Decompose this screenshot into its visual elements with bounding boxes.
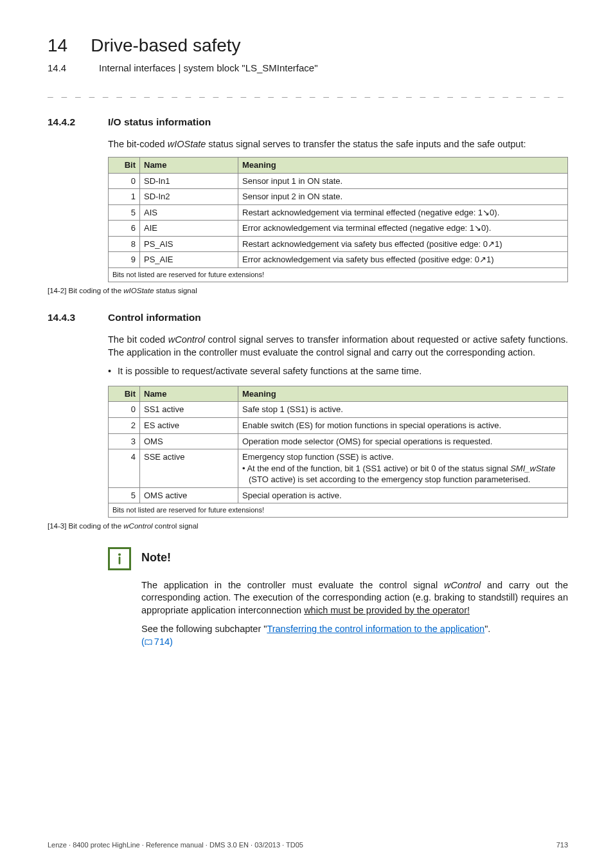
chapter-number: 14 bbox=[48, 33, 67, 58]
ctrl-paragraph: The bit coded wControl control signal se… bbox=[108, 334, 568, 359]
footer-right: 713 bbox=[556, 840, 568, 850]
table-row: 0SS1 activeSafe stop 1 (SS1) is active. bbox=[109, 402, 568, 418]
io-status-table: Bit Name Meaning 0SD-In1Sensor input 1 i… bbox=[108, 157, 568, 282]
ctrl-bullet: •It is possible to request/activate seve… bbox=[108, 365, 568, 378]
table-row: 2ES activeEnable switch (ES) for motion … bbox=[109, 417, 568, 433]
table-row: 5AISRestart acknowledgement via terminal… bbox=[109, 204, 568, 221]
io-paragraph: The bit-coded wIOState status signal ser… bbox=[108, 138, 568, 151]
table-row: 8PS_AISRestart acknowledgement via safet… bbox=[109, 236, 568, 252]
table-row: 6AIEError acknowledgement via terminal e… bbox=[109, 221, 568, 237]
subchapter-number: 14.4 bbox=[48, 62, 76, 75]
table-footnote: Bits not listed are reserved for future … bbox=[109, 267, 568, 282]
bullet-icon: • bbox=[108, 365, 111, 378]
table-row: 0SD-In1Sensor input 1 in ON state. bbox=[109, 173, 568, 189]
subchapter-header: 14.4 Internal interfaces | system block … bbox=[48, 62, 568, 75]
table-row: 4 SSE active Emergency stop function (SS… bbox=[109, 449, 568, 488]
section-number: 14.4.2 bbox=[48, 116, 86, 129]
col-meaning: Meaning bbox=[238, 386, 568, 402]
note-title: Note! bbox=[141, 550, 171, 565]
col-bit: Bit bbox=[109, 158, 140, 174]
table-row: 9PS_AIEError acknowledgement via safety … bbox=[109, 252, 568, 268]
section-title: I/O status information bbox=[108, 116, 211, 129]
subchapter-title: Internal interfaces | system block "LS_S… bbox=[99, 62, 318, 75]
book-icon bbox=[145, 637, 152, 649]
col-name: Name bbox=[140, 158, 238, 174]
svg-point-0 bbox=[118, 553, 121, 556]
table-row: 3OMSOperation mode selector (OMS) for sp… bbox=[109, 433, 568, 449]
table-row: 5OMS activeSpecial operation is active. bbox=[109, 487, 568, 503]
control-table: Bit Name Meaning 0SS1 activeSafe stop 1 … bbox=[108, 386, 568, 518]
io-caption: [14-2] Bit coding of the wIOState status… bbox=[48, 286, 568, 296]
col-name: Name bbox=[140, 386, 238, 402]
table-footnote: Bits not listed are reserved for future … bbox=[109, 503, 568, 518]
ctrl-caption: [14-3] Bit coding of the wControl contro… bbox=[48, 521, 568, 532]
page-footer: Lenze · 8400 protec HighLine · Reference… bbox=[48, 840, 568, 850]
chapter-title: Drive-based safety bbox=[91, 33, 240, 58]
divider: _ _ _ _ _ _ _ _ _ _ _ _ _ _ _ _ _ _ _ _ … bbox=[48, 86, 568, 99]
note-header: Note! bbox=[108, 547, 568, 570]
note-link[interactable]: Transferring the control information to … bbox=[267, 624, 484, 634]
table-row: 1SD-In2Sensor input 2 in ON state. bbox=[109, 189, 568, 205]
section-title: Control information bbox=[108, 311, 201, 325]
footer-left: Lenze · 8400 protec HighLine · Reference… bbox=[48, 840, 303, 850]
info-icon bbox=[108, 547, 131, 570]
section-io-heading: 14.4.2 I/O status information bbox=[48, 116, 568, 129]
section-ctrl-heading: 14.4.3 Control information bbox=[48, 311, 568, 325]
chapter-header: 14 Drive-based safety bbox=[48, 33, 568, 58]
page-reference[interactable]: (714) bbox=[141, 637, 173, 647]
col-bit: Bit bbox=[109, 386, 140, 402]
section-number: 14.4.3 bbox=[48, 311, 86, 325]
note-body: The application in the controller must e… bbox=[141, 579, 568, 649]
col-meaning: Meaning bbox=[238, 158, 568, 174]
